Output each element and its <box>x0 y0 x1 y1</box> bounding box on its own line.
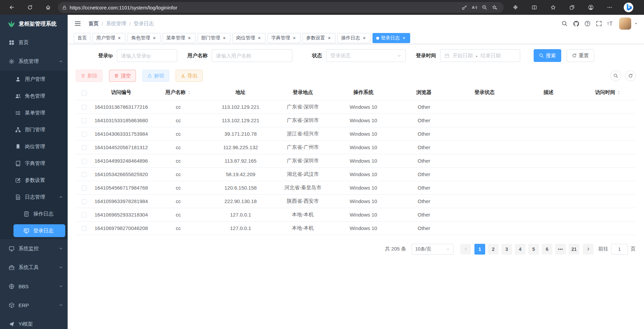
favorites-icon[interactable] <box>547 2 559 13</box>
row-checkbox[interactable] <box>82 145 87 150</box>
page-button-6[interactable]: 6 <box>542 244 552 255</box>
close-tab-icon[interactable]: × <box>187 36 192 41</box>
avatar-caret-icon[interactable] <box>633 19 639 28</box>
url-text[interactable]: https://ccnetcore.com:1101/system/log/lo… <box>70 5 177 10</box>
tab-operation-log[interactable]: 操作日志× <box>337 33 370 43</box>
sort-icon[interactable] <box>616 90 621 95</box>
row-checkbox[interactable] <box>82 118 87 123</box>
split-screen-icon[interactable] <box>529 2 540 13</box>
sort-icon[interactable] <box>187 90 191 95</box>
collections-icon[interactable] <box>566 2 578 13</box>
password-key-icon[interactable] <box>459 3 469 12</box>
tab-menus[interactable]: 菜单管理× <box>163 33 195 43</box>
sidebar-item-dictionary[interactable]: 字典管理 <box>0 155 68 172</box>
settings-dots-icon[interactable] <box>604 2 615 13</box>
github-icon[interactable] <box>571 19 581 28</box>
row-checkbox[interactable] <box>82 172 87 177</box>
bing-icon[interactable] <box>623 2 634 13</box>
close-tab-icon[interactable]: × <box>152 36 157 41</box>
page-button-21[interactable]: 21 <box>569 244 579 255</box>
tab-parameters[interactable]: 参数设置× <box>302 33 335 43</box>
close-tab-icon[interactable]: × <box>362 36 367 41</box>
status-select[interactable]: 登录状态 <box>326 49 406 62</box>
tab-roles[interactable]: 角色管理× <box>128 33 160 43</box>
sidebar-item-bbs[interactable]: BBS <box>0 277 68 296</box>
close-tab-icon[interactable]: × <box>401 36 406 41</box>
hamburger-icon[interactable] <box>73 19 82 28</box>
column-header-time[interactable]: 访问时间 <box>580 85 636 100</box>
row-checkbox[interactable] <box>82 226 87 231</box>
page-button-1[interactable]: 1 <box>474 244 485 255</box>
tab-posts[interactable]: 岗位管理× <box>232 33 265 43</box>
date-range-picker[interactable]: 开始日期 - 结束日期 <box>440 49 520 62</box>
close-tab-icon[interactable]: × <box>117 36 122 41</box>
row-checkbox[interactable] <box>82 199 87 204</box>
page-size-select[interactable]: 10条/页 <box>412 244 454 255</box>
help-icon[interactable] <box>583 19 592 28</box>
tab-login-log[interactable]: 登录日志× <box>372 33 410 43</box>
sidebar-item-parameters[interactable]: 参数设置 <box>0 172 68 189</box>
sidebar-item-home[interactable]: 首页 <box>0 33 68 52</box>
tab-users[interactable]: 用户管理× <box>93 33 126 43</box>
sidebar-item-menus[interactable]: 菜单管理 <box>0 104 68 121</box>
toggle-search-button[interactable] <box>610 70 621 81</box>
close-tab-icon[interactable]: × <box>222 36 227 41</box>
breadcrumb-item[interactable]: 系统管理 <box>106 21 126 27</box>
sidebar-item-tools[interactable]: 系统工具 <box>0 258 68 277</box>
browser-profile-icon[interactable] <box>585 2 597 13</box>
row-checkbox[interactable] <box>82 159 87 164</box>
row-checkbox[interactable] <box>82 105 87 110</box>
breadcrumb-item[interactable]: 首页 <box>88 21 99 27</box>
sidebar-item-log-management[interactable]: 日志管理 <box>0 189 68 205</box>
prev-page-button[interactable] <box>460 244 471 255</box>
select-all-checkbox[interactable] <box>82 91 87 96</box>
row-checkbox[interactable] <box>82 212 87 218</box>
reset-button[interactable]: 重置 <box>567 49 594 62</box>
page-button-5[interactable]: 5 <box>528 244 539 255</box>
login-ip-input[interactable] <box>117 49 177 62</box>
sidebar-item-yi-framework[interactable]: Yi框架 <box>0 315 68 329</box>
sidebar-item-erp[interactable]: ERP <box>0 296 68 315</box>
sidebar-item-departments[interactable]: 部门管理 <box>0 121 68 138</box>
font-size-icon[interactable]: TT <box>606 19 615 28</box>
clear-button[interactable]: 清空 <box>109 70 136 82</box>
close-tab-icon[interactable]: × <box>292 36 297 41</box>
export-button[interactable]: 导出 <box>176 70 203 82</box>
delete-button[interactable]: 删除 <box>76 70 103 82</box>
user-avatar[interactable] <box>619 18 631 30</box>
sidebar-item-roles[interactable]: 角色管理 <box>0 88 68 104</box>
row-checkbox[interactable] <box>82 186 87 191</box>
column-header-user[interactable]: 用户名称 <box>150 85 207 100</box>
next-page-button[interactable] <box>583 244 594 255</box>
read-aloud-icon[interactable]: A <box>469 3 479 12</box>
close-tab-icon[interactable]: × <box>257 36 262 41</box>
sidebar-item-login-log[interactable]: 登录日志 <box>0 222 68 239</box>
favorites-add-icon[interactable] <box>490 3 500 12</box>
row-checkbox[interactable] <box>82 132 87 137</box>
username-input[interactable] <box>212 49 292 62</box>
address-bar[interactable]: https://ccnetcore.com:1101/system/log/lo… <box>58 2 504 13</box>
back-icon[interactable] <box>6 2 17 13</box>
search-button[interactable]: 搜索 <box>534 49 561 62</box>
page-button-3[interactable]: 3 <box>501 244 512 255</box>
extensions-icon[interactable] <box>510 2 521 13</box>
close-tab-icon[interactable]: × <box>327 36 332 41</box>
tab-departments[interactable]: 部门管理× <box>198 33 230 43</box>
tab-home[interactable]: 首页 <box>74 33 91 43</box>
refresh-table-button[interactable] <box>625 70 636 81</box>
goto-page-input[interactable] <box>611 244 628 255</box>
sidebar-item-monitoring[interactable]: 系统监控 <box>0 239 68 258</box>
page-button-4[interactable]: 4 <box>515 244 526 255</box>
tab-dictionary[interactable]: 字典管理× <box>267 33 300 43</box>
sidebar-item-system[interactable]: 系统管理 <box>0 52 68 71</box>
unlock-button[interactable]: 解锁 <box>142 70 169 82</box>
reload-icon[interactable] <box>24 2 36 13</box>
browser-home-icon[interactable] <box>42 2 54 13</box>
page-button-2[interactable]: 2 <box>488 244 499 255</box>
sidebar-item-operation-log[interactable]: 操作日志 <box>0 205 68 222</box>
sidebar-item-users[interactable]: 用户管理 <box>0 71 68 88</box>
sidebar-item-posts[interactable]: 岗位管理 <box>0 138 68 155</box>
fullscreen-icon[interactable] <box>594 19 604 28</box>
zoom-out-icon[interactable] <box>479 3 490 12</box>
header-search-icon[interactable] <box>560 19 569 28</box>
